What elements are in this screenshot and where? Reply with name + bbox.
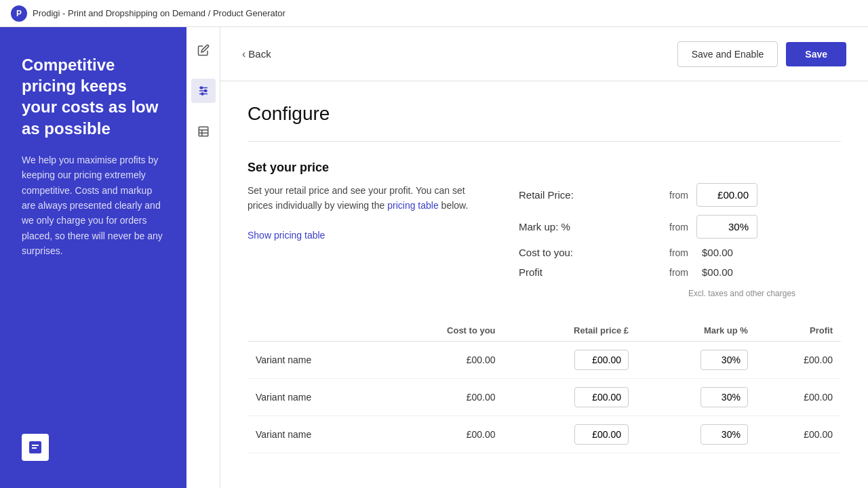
section-left: Set your retail price and see your profi…	[248, 183, 492, 298]
chevron-left-icon: ‹	[242, 48, 245, 60]
svg-rect-1	[32, 445, 39, 446]
prodigi-logo-icon: P	[11, 5, 27, 22]
variant-retail-cell	[504, 416, 637, 453]
save-button[interactable]: Save	[786, 42, 846, 66]
svg-point-7	[204, 90, 206, 92]
prodigi-bottom-logo-icon	[27, 439, 43, 455]
variant-retail-input[interactable]	[574, 424, 629, 445]
variant-name-cell: Variant name	[248, 342, 382, 379]
variant-markup-cell	[637, 379, 756, 416]
variant-name-cell: Variant name	[248, 416, 382, 453]
back-label: Back	[248, 48, 271, 60]
col-header-markup: Mark up %	[637, 320, 756, 342]
markup-input[interactable]	[696, 215, 757, 239]
variant-retail-input[interactable]	[574, 350, 629, 370]
cost-to-you-row: Cost to you: from $00.00	[519, 247, 841, 258]
page-title: Configure	[248, 103, 841, 125]
show-pricing-table-link[interactable]: Show pricing table	[248, 230, 325, 241]
svg-rect-9	[199, 127, 208, 136]
profit-note: Excl. taxes and other charges	[688, 289, 841, 298]
variant-profit-cell: £00.00	[756, 342, 841, 379]
page-content: Configure Set your price Set your retail…	[220, 81, 868, 488]
left-sidebar: Competitive pricing keeps your costs as …	[0, 27, 186, 488]
table-row: Variant name £00.00 £00.00	[248, 342, 841, 379]
col-header-cost: Cost to you	[382, 320, 504, 342]
svg-point-6	[200, 87, 202, 89]
back-button[interactable]: ‹ Back	[242, 48, 271, 60]
section-description: Set your retail price and see your profi…	[248, 183, 492, 214]
table-header-row: Cost to you Retail price £ Mark up % Pro…	[248, 320, 841, 342]
content-area: ‹ Back Save and Enable Save Configure Se…	[220, 27, 868, 488]
variant-markup-input[interactable]	[701, 387, 748, 407]
sidebar-headline: Competitive pricing keeps your costs as …	[22, 54, 165, 139]
table-row: Variant name £00.00 £00.00	[248, 416, 841, 453]
pricing-summary: Retail Price: from Mark up: % from Cost …	[519, 183, 841, 298]
sidebar-body: We help you maximise profits by keeping …	[22, 152, 165, 259]
profit-value: $00.00	[702, 266, 733, 278]
variant-retail-cell	[504, 379, 637, 416]
variant-markup-input[interactable]	[701, 350, 748, 370]
variant-cost-cell: £00.00	[382, 416, 504, 453]
sidebar-logo	[22, 434, 49, 461]
variant-markup-cell	[637, 416, 756, 453]
variant-cost-cell: £00.00	[382, 379, 504, 416]
col-header-profit: Profit	[756, 320, 841, 342]
retail-price-row: Retail Price: from	[519, 183, 841, 207]
retail-price-from: from	[654, 190, 688, 201]
variant-profit-cell: £00.00	[756, 416, 841, 453]
retail-price-label: Retail Price:	[519, 189, 654, 201]
markup-from: from	[654, 222, 688, 232]
nav-sliders-icon[interactable]	[191, 79, 216, 103]
variant-retail-cell	[504, 342, 637, 379]
icon-nav	[186, 27, 220, 488]
table-row: Variant name £00.00 £00.00	[248, 379, 841, 416]
col-header-retail: Retail price £	[504, 320, 637, 342]
header-bar: ‹ Back Save and Enable Save	[220, 27, 868, 81]
variant-cost-cell: £00.00	[382, 342, 504, 379]
variant-markup-cell	[637, 342, 756, 379]
section-divider	[248, 141, 841, 142]
variant-markup-input[interactable]	[701, 424, 748, 445]
main-layout: Competitive pricing keeps your costs as …	[0, 27, 868, 488]
markup-label: Mark up: %	[519, 221, 654, 232]
col-header-variant	[248, 320, 382, 342]
retail-price-input[interactable]	[696, 183, 757, 207]
svg-rect-2	[32, 447, 37, 449]
nav-edit-icon[interactable]	[191, 38, 216, 62]
variant-profit-cell: £00.00	[756, 379, 841, 416]
profit-label: Profit	[519, 266, 654, 278]
cost-value: $00.00	[702, 247, 733, 258]
pricing-table-link[interactable]: pricing table	[387, 200, 439, 211]
profit-from: from	[654, 267, 688, 278]
cost-to-you-label: Cost to you:	[519, 247, 654, 258]
section-layout: Set your retail price and see your profi…	[248, 183, 841, 298]
variants-table: Cost to you Retail price £ Mark up % Pro…	[248, 320, 841, 453]
variant-retail-input[interactable]	[574, 387, 629, 407]
save-and-enable-button[interactable]: Save and Enable	[677, 41, 778, 67]
topbar: P Prodigi - Print and Dropshipping on De…	[0, 0, 868, 27]
nav-table-icon[interactable]	[191, 119, 216, 144]
header-actions: Save and Enable Save	[677, 41, 846, 67]
cost-from: from	[654, 247, 688, 258]
profit-row: Profit from $00.00	[519, 266, 841, 278]
variant-name-cell: Variant name	[248, 379, 382, 416]
svg-point-8	[201, 93, 203, 95]
set-price-title: Set your price	[248, 161, 841, 175]
markup-row: Mark up: % from	[519, 215, 841, 239]
topbar-title: Prodigi - Print and Dropshipping on Dema…	[33, 8, 285, 18]
